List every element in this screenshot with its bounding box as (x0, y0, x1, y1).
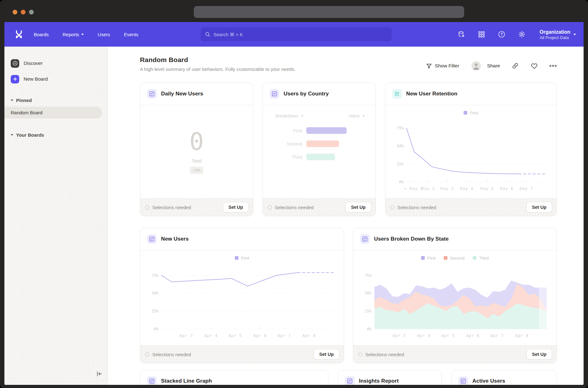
set-up-button[interactable]: Set Up (526, 202, 552, 213)
nav-right-group: ? Organization All Project Data (458, 29, 576, 40)
svg-text:Day 3: Day 3 (441, 186, 454, 191)
chevron-down-icon (301, 115, 303, 117)
legend-item: First (464, 111, 478, 115)
new-users-line-chart: 75%50%25%0%Apr 3Apr 4Apr 5Apr 6Apr 7Apr … (147, 262, 337, 339)
show-filter-button[interactable]: Show Filter (426, 63, 459, 69)
bar-second (306, 140, 339, 147)
card-title: Active Users (472, 378, 505, 384)
card-daily-new-users: Daily New Users 0 Total ↑0% Selectio (140, 83, 253, 216)
pinned-board-label: Random Board (11, 110, 43, 115)
discover-label: Discover (24, 60, 43, 66)
collapse-sidebar-icon[interactable] (95, 370, 103, 378)
compass-icon (11, 59, 19, 68)
svg-text:0%: 0% (399, 180, 404, 184)
card-footer: Selections needed Set Up (385, 198, 556, 216)
set-up-button[interactable]: Set Up (223, 202, 249, 213)
svg-text:< Day 1: < Day 1 (404, 186, 423, 191)
bar-label: Third (263, 155, 306, 160)
copy-link-icon[interactable] (511, 62, 519, 70)
sidebar-section-pinned[interactable]: Pinned (4, 98, 108, 103)
global-search[interactable] (201, 27, 392, 41)
legend-item: First (235, 256, 249, 260)
cards-row-2: New Users First 75%50%25%0%Apr 3Apr 4Apr… (140, 228, 557, 363)
svg-text:Apr 5: Apr 5 (441, 333, 455, 338)
nav-menu: BoardsReportsUsersEvents (34, 32, 138, 37)
value-dropdown[interactable]: Value (349, 113, 365, 118)
country-bar-row: Third (263, 154, 376, 160)
card-users-by-state: Users Broken Down By State FirstSecondTh… (353, 228, 557, 363)
traffic-lights[interactable] (13, 10, 34, 14)
pinned-label: Pinned (16, 98, 32, 103)
minimize-window-button[interactable] (21, 10, 26, 14)
svg-text:50%: 50% (397, 144, 404, 148)
breakdown-dropdown[interactable]: Breakdown (275, 113, 303, 118)
status-circle-icon (358, 352, 362, 357)
retention-line-chart: 75%50%25%0%< Day 1Day 2Day 3Day 4Day 5Da… (392, 117, 550, 191)
svg-text:50%: 50% (152, 291, 159, 295)
settings-gear-icon[interactable] (518, 31, 526, 38)
line-chart-icon (458, 376, 468, 385)
svg-text:25%: 25% (152, 309, 159, 313)
svg-text:25%: 25% (397, 162, 404, 166)
browser-url-bar[interactable] (194, 6, 464, 18)
svg-text:Day 6: Day 6 (500, 186, 514, 191)
cards-row-3: Stacked Line GraphInsights ReportActive … (140, 370, 557, 385)
nav-item-events[interactable]: Events (124, 32, 138, 37)
nav-item-users[interactable]: Users (98, 32, 110, 37)
zoom-window-button[interactable] (29, 10, 34, 14)
bar-label: First (263, 128, 306, 133)
svg-text:Apr 3: Apr 3 (180, 333, 193, 338)
legend-swatch (235, 256, 239, 260)
svg-text:Apr 4: Apr 4 (205, 333, 218, 338)
mixpanel-logo-icon[interactable] (15, 30, 23, 39)
sidebar-item-random-board[interactable]: Random Board (4, 107, 102, 118)
chevron-down-icon (574, 34, 576, 35)
card-new-users: New Users First 75%50%25%0%Apr 3Apr 4Apr… (140, 228, 344, 363)
svg-text:Day 5: Day 5 (481, 186, 494, 191)
metric-display: 0 Total ↑0% (140, 105, 253, 198)
line-chart-icon (147, 376, 157, 385)
search-input[interactable] (213, 32, 387, 37)
card-footer: Selections needed Set Up (140, 198, 253, 216)
nav-item-boards[interactable]: Boards (34, 32, 49, 37)
sidebar-item-discover[interactable]: Discover (4, 59, 108, 68)
sidebar-section-your-boards[interactable]: Your Boards (4, 132, 108, 138)
share-button[interactable]: Share (487, 63, 500, 69)
svg-text:Apr 8: Apr 8 (515, 333, 529, 338)
organization-scope: All Project Data (539, 35, 570, 40)
apps-grid-icon[interactable] (478, 31, 485, 38)
cards-row-1: Daily New Users 0 Total ↑0% Selectio (140, 83, 557, 216)
legend-swatch (464, 111, 467, 115)
set-up-button[interactable]: Set Up (526, 349, 552, 360)
svg-text:50%: 50% (365, 291, 372, 295)
svg-text:Apr 6: Apr 6 (253, 333, 267, 338)
filter-funnel-icon (426, 63, 432, 69)
status-circle-icon (145, 352, 149, 357)
card-title: New Users (161, 236, 189, 242)
bar-third (306, 154, 335, 160)
svg-text:Day 7: Day 7 (520, 186, 533, 191)
organization-selector[interactable]: Organization All Project Data (539, 29, 576, 40)
organization-name: Organization (539, 29, 570, 35)
help-icon[interactable]: ? (498, 31, 505, 38)
avatar[interactable] (471, 61, 481, 71)
metric-delta-badge: ↑0% (190, 167, 203, 174)
metric-value: 0 (189, 130, 204, 154)
card-new-user-retention: New User Retention First 75%50%25%0%< Da… (385, 83, 557, 216)
close-window-button[interactable] (13, 10, 17, 14)
chevron-down-icon (81, 34, 84, 35)
nav-item-reports[interactable]: Reports (63, 32, 84, 37)
board-actions: Show Filter Share (426, 61, 557, 71)
data-management-icon[interactable] (458, 31, 465, 38)
app-window: BoardsReportsUsersEvents (0, 0, 588, 388)
more-options-icon[interactable] (549, 62, 557, 70)
card-insights-report: Insights Report (338, 370, 442, 385)
set-up-button[interactable]: Set Up (314, 349, 339, 360)
sidebar-item-new-board[interactable]: New Board (4, 74, 108, 84)
favorite-heart-icon[interactable] (530, 62, 538, 70)
card-title: Daily New Users (161, 91, 203, 97)
set-up-button[interactable]: Set Up (345, 202, 371, 213)
page-title: Random Board (140, 56, 296, 64)
plus-icon (11, 75, 19, 83)
status-circle-icon (390, 205, 395, 209)
